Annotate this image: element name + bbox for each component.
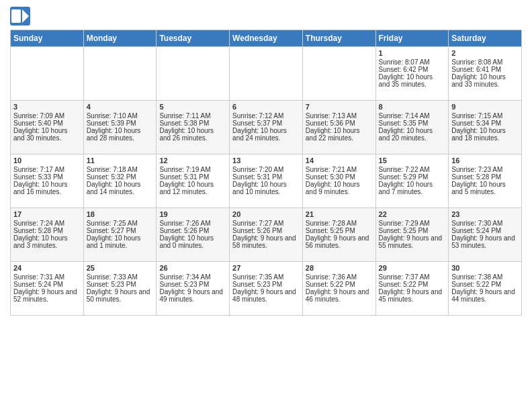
- calendar-cell: [157, 47, 230, 101]
- day-info: Daylight: 9 hours and 48 minutes.: [232, 288, 300, 303]
- calendar-cell: 24Sunrise: 7:31 AMSunset: 5:24 PMDayligh…: [11, 262, 84, 316]
- day-info: Sunrise: 7:15 AM: [451, 112, 519, 120]
- day-info: Sunset: 5:37 PM: [232, 120, 300, 127]
- calendar-cell: 23Sunrise: 7:30 AMSunset: 5:24 PMDayligh…: [449, 208, 522, 262]
- calendar-cell: 29Sunrise: 7:37 AMSunset: 5:22 PMDayligh…: [375, 262, 449, 316]
- day-info: Sunset: 5:22 PM: [451, 281, 519, 288]
- week-row-4: 24Sunrise: 7:31 AMSunset: 5:24 PMDayligh…: [11, 262, 522, 316]
- calendar-cell: 4Sunrise: 7:10 AMSunset: 5:39 PMDaylight…: [83, 101, 157, 154]
- calendar-cell: 21Sunrise: 7:28 AMSunset: 5:25 PMDayligh…: [302, 208, 375, 262]
- day-info: Sunrise: 7:34 AM: [159, 273, 226, 281]
- day-info: Daylight: 10 hours and 5 minutes.: [451, 181, 519, 195]
- day-number: 6: [232, 103, 300, 111]
- day-info: Daylight: 9 hours and 44 minutes.: [451, 288, 519, 303]
- day-info: Sunset: 5:32 PM: [87, 173, 154, 181]
- day-info: Daylight: 10 hours and 14 minutes.: [87, 181, 154, 195]
- day-number: 17: [13, 210, 81, 218]
- calendar-cell: [83, 47, 157, 101]
- day-info: Sunrise: 7:27 AM: [232, 220, 300, 227]
- day-info: Daylight: 10 hours and 9 minutes.: [306, 181, 373, 195]
- calendar-cell: 10Sunrise: 7:17 AMSunset: 5:33 PMDayligh…: [11, 154, 84, 208]
- day-info: Sunset: 5:29 PM: [379, 173, 446, 181]
- col-header-sunday: Sunday: [11, 30, 84, 47]
- day-info: Daylight: 10 hours and 18 minutes.: [451, 127, 519, 142]
- day-info: Sunset: 5:39 PM: [87, 120, 154, 127]
- day-info: Sunrise: 7:20 AM: [232, 166, 300, 173]
- day-info: Sunset: 6:41 PM: [451, 66, 519, 73]
- day-info: Daylight: 9 hours and 50 minutes.: [87, 288, 154, 303]
- calendar-cell: 6Sunrise: 7:12 AMSunset: 5:37 PMDaylight…: [230, 101, 303, 154]
- calendar-cell: 14Sunrise: 7:21 AMSunset: 5:30 PMDayligh…: [302, 154, 375, 208]
- header: [10, 7, 522, 26]
- day-info: Sunset: 5:22 PM: [306, 281, 373, 288]
- day-number: 14: [306, 156, 373, 165]
- col-header-wednesday: Wednesday: [230, 30, 303, 47]
- day-info: Sunset: 5:25 PM: [379, 227, 446, 234]
- day-number: 28: [306, 264, 373, 272]
- calendar-cell: 7Sunrise: 7:13 AMSunset: 5:36 PMDaylight…: [302, 101, 375, 154]
- day-info: Daylight: 10 hours and 0 minutes.: [159, 234, 226, 249]
- day-number: 19: [159, 210, 226, 218]
- day-info: Daylight: 9 hours and 45 minutes.: [379, 288, 446, 303]
- day-number: 5: [159, 103, 226, 111]
- day-number: 30: [451, 264, 519, 272]
- day-info: Sunset: 5:34 PM: [451, 120, 519, 127]
- day-number: 23: [451, 210, 519, 218]
- calendar-cell: 28Sunrise: 7:36 AMSunset: 5:22 PMDayligh…: [302, 262, 375, 316]
- day-info: Sunrise: 7:18 AM: [87, 166, 154, 173]
- calendar-cell: 18Sunrise: 7:25 AMSunset: 5:27 PMDayligh…: [83, 208, 157, 262]
- col-header-thursday: Thursday: [302, 30, 375, 47]
- day-number: 29: [379, 264, 446, 272]
- calendar-cell: 15Sunrise: 7:22 AMSunset: 5:29 PMDayligh…: [375, 154, 449, 208]
- calendar-cell: 30Sunrise: 7:38 AMSunset: 5:22 PMDayligh…: [449, 262, 522, 316]
- calendar-cell: 27Sunrise: 7:35 AMSunset: 5:23 PMDayligh…: [230, 262, 303, 316]
- day-info: Sunset: 5:24 PM: [451, 227, 519, 234]
- day-info: Sunset: 5:36 PM: [306, 120, 373, 127]
- day-info: Sunset: 5:35 PM: [379, 120, 446, 127]
- calendar-cell: 20Sunrise: 7:27 AMSunset: 5:26 PMDayligh…: [230, 208, 303, 262]
- week-row-1: 3Sunrise: 7:09 AMSunset: 5:40 PMDaylight…: [11, 101, 522, 154]
- day-number: 18: [87, 210, 154, 218]
- day-info: Daylight: 10 hours and 10 minutes.: [232, 181, 300, 195]
- calendar-cell: 16Sunrise: 7:23 AMSunset: 5:28 PMDayligh…: [449, 154, 522, 208]
- day-info: Sunset: 5:26 PM: [232, 227, 300, 234]
- day-number: 21: [306, 210, 373, 218]
- day-number: 7: [306, 103, 373, 111]
- svg-rect-2: [11, 9, 21, 23]
- day-info: Sunrise: 7:14 AM: [379, 112, 446, 120]
- day-number: 12: [159, 156, 226, 165]
- day-info: Sunrise: 7:09 AM: [13, 112, 81, 120]
- day-info: Daylight: 10 hours and 24 minutes.: [232, 127, 300, 142]
- calendar-cell: 25Sunrise: 7:33 AMSunset: 5:23 PMDayligh…: [83, 262, 157, 316]
- day-info: Sunrise: 7:25 AM: [87, 220, 154, 227]
- header-row: SundayMondayTuesdayWednesdayThursdayFrid…: [11, 30, 522, 47]
- calendar-cell: 22Sunrise: 7:29 AMSunset: 5:25 PMDayligh…: [375, 208, 449, 262]
- day-info: Daylight: 9 hours and 52 minutes.: [13, 288, 81, 303]
- day-number: 9: [451, 103, 519, 111]
- day-number: 13: [232, 156, 300, 165]
- day-info: Daylight: 10 hours and 1 minute.: [87, 234, 154, 249]
- day-info: Sunrise: 8:07 AM: [379, 58, 446, 66]
- day-number: 26: [159, 264, 226, 272]
- calendar-cell: 17Sunrise: 7:24 AMSunset: 5:28 PMDayligh…: [11, 208, 84, 262]
- day-info: Sunrise: 7:30 AM: [451, 220, 519, 227]
- logo: [10, 7, 33, 26]
- day-info: Sunset: 5:22 PM: [379, 281, 446, 288]
- day-info: Sunset: 5:28 PM: [451, 173, 519, 181]
- day-number: 11: [87, 156, 154, 165]
- day-info: Sunset: 5:23 PM: [232, 281, 300, 288]
- day-info: Daylight: 9 hours and 46 minutes.: [306, 288, 373, 303]
- day-number: 22: [379, 210, 446, 218]
- day-info: Daylight: 9 hours and 56 minutes.: [306, 234, 373, 249]
- calendar-cell: 9Sunrise: 7:15 AMSunset: 5:34 PMDaylight…: [449, 101, 522, 154]
- day-info: Sunrise: 7:37 AM: [379, 273, 446, 281]
- day-info: Sunrise: 7:24 AM: [13, 220, 81, 227]
- day-info: Daylight: 10 hours and 30 minutes.: [13, 127, 81, 142]
- day-info: Sunrise: 7:10 AM: [87, 112, 154, 120]
- day-info: Sunrise: 7:13 AM: [306, 112, 373, 120]
- day-info: Daylight: 10 hours and 33 minutes.: [451, 73, 519, 88]
- day-info: Sunrise: 7:36 AM: [306, 273, 373, 281]
- calendar-cell: 8Sunrise: 7:14 AMSunset: 5:35 PMDaylight…: [375, 101, 449, 154]
- day-info: Daylight: 9 hours and 55 minutes.: [379, 234, 446, 249]
- day-info: Sunset: 5:31 PM: [232, 173, 300, 181]
